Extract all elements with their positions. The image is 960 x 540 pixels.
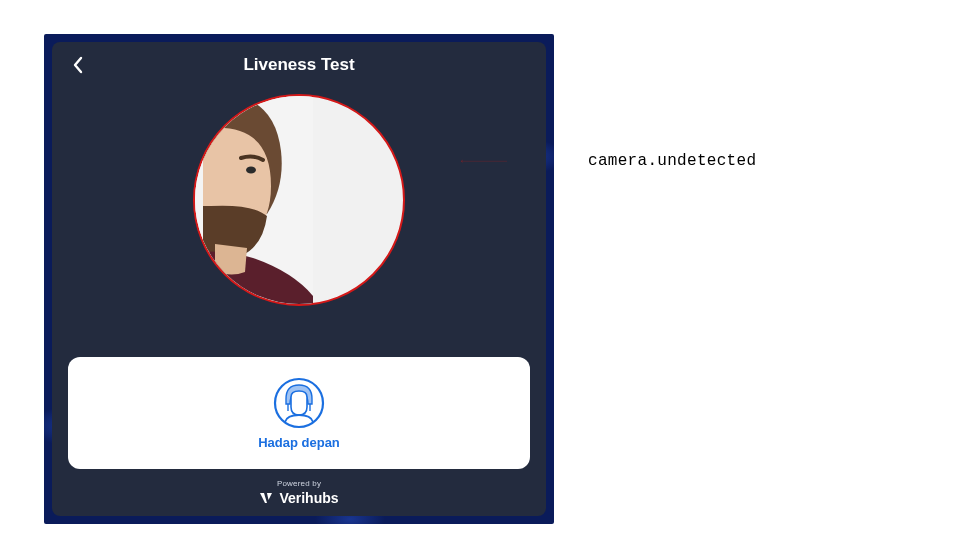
page-title: Liveness Test — [243, 55, 354, 75]
brand-name: Verihubs — [279, 490, 338, 506]
camera-undetected-ring — [193, 94, 405, 306]
app-panel: Liveness Test — [52, 42, 546, 516]
camera-preview-area — [52, 88, 546, 357]
chevron-left-icon — [72, 56, 84, 74]
svg-point-1 — [246, 167, 256, 174]
header: Liveness Test — [52, 42, 546, 88]
device-frame: Liveness Test — [44, 34, 554, 524]
annotation-label: camera.undetected — [588, 152, 756, 170]
brand: Verihubs — [259, 490, 338, 506]
powered-by-label: Powered by — [277, 479, 321, 488]
footer: Powered by Verihubs — [52, 479, 546, 516]
back-button[interactable] — [66, 53, 90, 77]
instruction-label: Hadap depan — [258, 435, 340, 450]
camera-preview-person — [193, 96, 313, 306]
verihubs-logo-icon — [259, 491, 273, 505]
instruction-card: Hadap depan — [68, 357, 530, 469]
annotation-arrow — [392, 161, 576, 163]
face-front-icon — [273, 377, 325, 429]
